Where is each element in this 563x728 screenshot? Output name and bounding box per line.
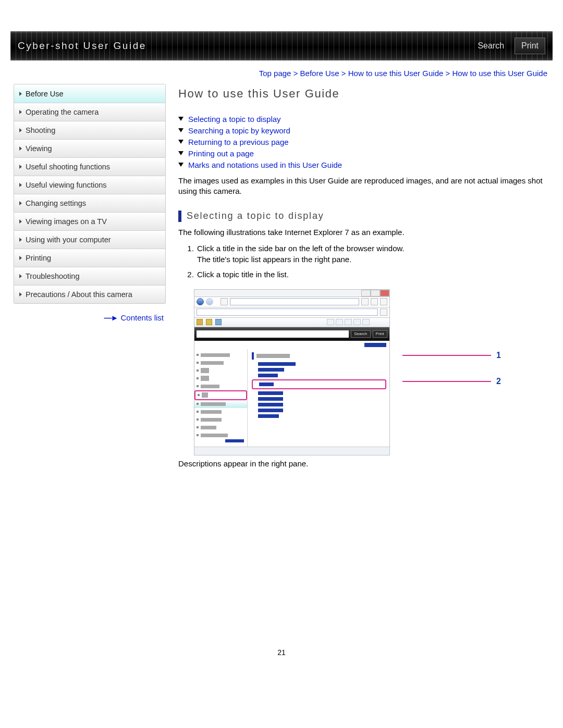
page-title: How to use this User Guide — [178, 87, 545, 101]
jump-link-label: Selecting a topic to display — [188, 115, 281, 124]
caret-right-icon — [19, 183, 22, 187]
jump-link[interactable]: Printing out a page — [178, 147, 545, 159]
caret-down-icon — [178, 117, 183, 121]
sidebar-item-troubleshooting[interactable]: Troubleshooting — [14, 267, 165, 285]
jump-link[interactable]: Marks and notations used in this User Gu… — [178, 159, 545, 170]
illustration-window: SearchPrint — [194, 289, 390, 455]
sidebar: Before Use Operating the camera Shooting… — [14, 84, 166, 482]
breadcrumb-item[interactable]: Before Use — [300, 69, 339, 78]
illus-search-btn: Search — [351, 330, 370, 338]
main-content: How to use this User Guide Selecting a t… — [178, 84, 549, 482]
section-bar-icon — [178, 211, 181, 222]
caret-right-icon — [19, 92, 22, 96]
caret-right-icon — [19, 201, 22, 205]
sidebar-item-printing[interactable]: Printing — [14, 249, 165, 267]
sidebar-item-precautions[interactable]: Precautions / About this camera — [14, 285, 165, 303]
jump-link-label: Returning to a previous page — [188, 138, 289, 146]
breadcrumb-item[interactable]: How to use this User Guide — [348, 69, 444, 78]
sidebar-item-useful-viewing[interactable]: Useful viewing functions — [14, 176, 165, 194]
jump-link[interactable]: Selecting a topic to display — [178, 113, 545, 125]
caret-right-icon — [19, 292, 22, 297]
illus-print-btn: Print — [373, 330, 387, 338]
sidebar-nav: Before Use Operating the camera Shooting… — [14, 84, 166, 304]
breadcrumb: Top page > Before Use > How to use this … — [10, 60, 553, 84]
print-button[interactable]: Print — [515, 38, 545, 54]
step-item: Click a title in the side bar on the lef… — [196, 242, 545, 268]
caret-right-icon — [19, 128, 22, 132]
jump-link[interactable]: Searching a topic by keyword — [178, 125, 545, 136]
sidebar-item-label: Useful shooting functions — [26, 163, 110, 171]
arrow-right-icon: —► — [104, 313, 118, 322]
contents-list-label: Contents list — [120, 313, 164, 322]
sidebar-item-label: Using with your computer — [26, 236, 111, 244]
caret-right-icon — [19, 256, 22, 260]
caret-right-icon — [19, 165, 22, 169]
caret-down-icon — [178, 151, 183, 155]
jump-link-label: Printing out a page — [188, 149, 254, 158]
jump-link[interactable]: Returning to a previous page — [178, 136, 545, 147]
caret-down-icon — [178, 140, 183, 144]
section-lead: The following illustrations take Interne… — [178, 227, 545, 238]
steps-list: Click a title in the side bar on the lef… — [196, 242, 545, 283]
sidebar-item-viewing[interactable]: Viewing — [14, 139, 165, 157]
page-number: 21 — [10, 648, 553, 657]
caret-right-icon — [19, 219, 22, 224]
caret-right-icon — [19, 238, 22, 242]
search-link[interactable]: Search — [470, 38, 511, 54]
sidebar-item-label: Printing — [26, 254, 51, 262]
sidebar-item-before-use[interactable]: Before Use — [14, 84, 165, 103]
sidebar-item-label: Before Use — [26, 90, 64, 98]
jump-link-label: Marks and notations used in this User Gu… — [188, 161, 342, 169]
caret-right-icon — [19, 146, 22, 151]
jump-link-label: Searching a topic by keyword — [188, 126, 290, 135]
breadcrumb-current: How to use this User Guide — [452, 69, 547, 78]
illustration-callouts: 1 2 — [402, 351, 501, 386]
step-item: Click a topic title in the list. — [196, 268, 545, 283]
jump-list: Selecting a topic to display Searching a… — [178, 113, 545, 170]
header: Cyber-shot User Guide Search Print — [10, 31, 553, 60]
sidebar-item-label: Changing settings — [26, 199, 86, 207]
caret-right-icon — [19, 110, 22, 114]
sidebar-item-computer[interactable]: Using with your computer — [14, 230, 165, 249]
caret-down-icon — [178, 128, 183, 132]
callout-number: 2 — [496, 377, 501, 386]
sidebar-item-label: Troubleshooting — [26, 272, 79, 280]
sidebar-item-label: Viewing — [26, 144, 52, 153]
illustration: SearchPrint — [194, 289, 545, 455]
sidebar-item-changing-settings[interactable]: Changing settings — [14, 194, 165, 212]
sidebar-item-label: Useful viewing functions — [26, 181, 107, 189]
sidebar-item-label: Precautions / About this camera — [26, 290, 132, 299]
sidebar-item-tv[interactable]: Viewing images on a TV — [14, 212, 165, 230]
sidebar-item-label: Viewing images on a TV — [26, 217, 107, 226]
sidebar-item-label: Operating the camera — [26, 108, 99, 116]
sidebar-item-label: Shooting — [26, 126, 55, 134]
sidebar-item-shooting[interactable]: Shooting — [14, 121, 165, 139]
header-title: Cyber-shot User Guide — [18, 40, 146, 52]
sidebar-item-operating[interactable]: Operating the camera — [14, 103, 165, 121]
section-title-text: Selecting a topic to display — [187, 211, 324, 221]
caret-down-icon — [178, 163, 183, 167]
section-title: Selecting a topic to display — [178, 211, 545, 222]
contents-list-link[interactable]: —► Contents list — [14, 313, 166, 322]
breadcrumb-item[interactable]: Top page — [259, 69, 291, 78]
intro-text: The images used as examples in this User… — [178, 176, 545, 197]
callout-number: 1 — [496, 351, 501, 360]
caret-right-icon — [19, 274, 22, 278]
after-illus-text: Descriptions appear in the right pane. — [178, 459, 545, 469]
sidebar-item-useful-shooting[interactable]: Useful shooting functions — [14, 157, 165, 176]
